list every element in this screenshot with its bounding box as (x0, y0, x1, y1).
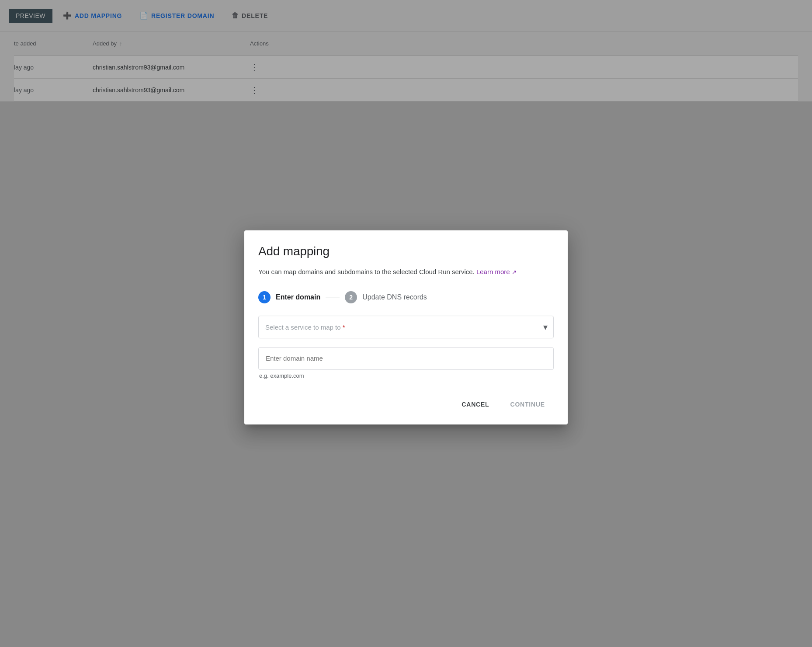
step-2-badge: 2 (345, 291, 357, 303)
steps-row: 1 Enter domain 2 Update DNS records (258, 291, 554, 303)
service-select-field: ▾ Select a service to map to * (258, 316, 554, 338)
learn-more-link[interactable]: Learn more ↗︎ (476, 268, 517, 275)
step-1-label: Enter domain (276, 293, 320, 301)
domain-hint: e.g. example.com (258, 372, 554, 379)
modal-description: You can map domains and subdomains to th… (258, 267, 554, 277)
domain-name-field: e.g. example.com (258, 347, 554, 379)
cancel-button[interactable]: CANCEL (453, 397, 498, 412)
step-1-badge: 1 (258, 291, 271, 303)
domain-name-input[interactable] (258, 347, 554, 370)
continue-button[interactable]: CONTINUE (501, 397, 554, 412)
step-divider (326, 297, 340, 297)
service-select[interactable] (258, 316, 554, 338)
step-2-label: Update DNS records (362, 293, 427, 301)
modal-title: Add mapping (258, 244, 554, 258)
modal-footer: CANCEL CONTINUE (258, 397, 554, 412)
external-link-icon: ↗︎ (512, 269, 517, 275)
service-select-wrapper: ▾ Select a service to map to * (258, 316, 554, 338)
add-mapping-modal: Add mapping You can map domains and subd… (244, 230, 568, 424)
